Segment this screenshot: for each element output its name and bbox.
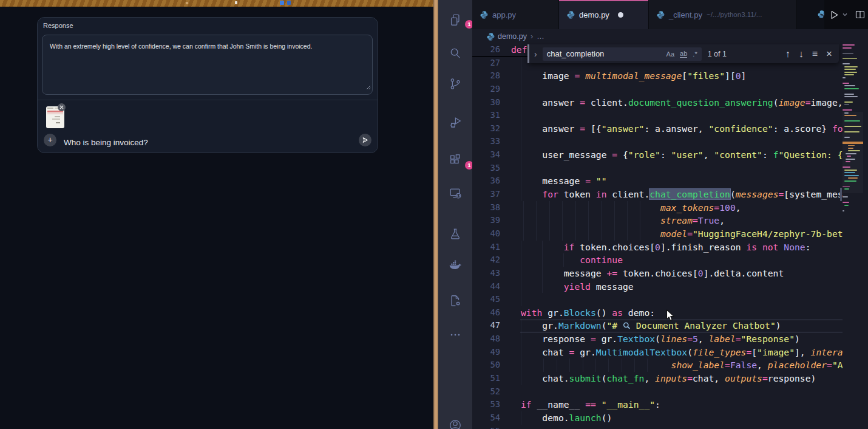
code-line: answer = client.document_question_answer… <box>472 96 843 109</box>
tab-bar: app.py demo.py _client.py ~/.../python3.… <box>472 0 868 29</box>
regex-toggle[interactable]: .* <box>693 50 697 58</box>
tab-app-py[interactable]: app.py <box>472 0 559 29</box>
line-number: 38 <box>472 201 500 214</box>
explorer-icon[interactable] <box>449 13 462 27</box>
search-icon[interactable] <box>449 47 462 60</box>
code-line: if token.choices[0].finish_reason is not… <box>472 241 843 254</box>
python-file-icon <box>480 10 489 19</box>
line-number: 34 <box>472 148 500 162</box>
run-debug-icon[interactable] <box>449 116 462 129</box>
modified-dot-icon[interactable] <box>618 12 623 18</box>
line-number: 26 <box>472 43 500 57</box>
line-number: 37 <box>472 188 500 201</box>
line-number: 51 <box>472 372 500 385</box>
tab-demo-py[interactable]: demo.py <box>559 0 649 29</box>
line-number: 50 <box>472 359 500 372</box>
gradio-app-window: Response With an extremely high level of… <box>0 0 433 429</box>
code-line: user_message = {"role": "user", "content… <box>472 148 843 162</box>
more-actions-icon[interactable] <box>449 328 462 341</box>
code-line: max_tokens=100, <box>472 201 843 214</box>
line-number: 29 <box>472 83 500 96</box>
breadcrumb-separator: › <box>531 32 533 41</box>
source-control-icon[interactable] <box>449 77 462 91</box>
find-query[interactable]: chat_completion <box>547 49 661 58</box>
line-number: 27 <box>472 57 500 70</box>
whole-word-toggle[interactable]: ab <box>680 50 687 58</box>
browser-top-stripe <box>0 0 433 7</box>
line-number: 36 <box>472 174 500 188</box>
line-number: 41 <box>472 241 500 254</box>
sticky-scroll-border <box>472 56 529 57</box>
find-results-count: 1 of 1 <box>708 50 727 58</box>
breadcrumb-file[interactable]: demo.py <box>498 32 527 41</box>
line-number: 53 <box>472 398 500 411</box>
window-separator[interactable] <box>433 0 438 429</box>
split-editor-icon[interactable] <box>855 10 865 19</box>
code-area[interactable]: def chat_fn(multimodal_message): image =… <box>472 43 843 429</box>
line-number: 33 <box>472 135 500 148</box>
find-close-button[interactable]: × <box>826 48 832 60</box>
code-line: model="HuggingFaceH4/zephyr-7b-beta"): <box>472 227 843 241</box>
toggle-replace-icon[interactable]: › <box>534 49 537 59</box>
remove-attachment-button[interactable] <box>58 103 66 111</box>
python-file-icon <box>566 10 575 19</box>
vscode-window: 1 1 <box>438 0 868 429</box>
code-line: chat.submit(chat_fn, inputs=chat, output… <box>472 372 843 385</box>
resize-handle-icon[interactable] <box>365 83 371 93</box>
line-number: 49 <box>472 346 500 359</box>
line-number: 55 <box>472 425 500 429</box>
code-editor[interactable]: def chat_fn(multimodal_message): image =… <box>472 43 868 429</box>
code-line: image = multimodal_message["files"][0] <box>472 69 843 83</box>
account-icon[interactable] <box>449 419 462 429</box>
line-number: 48 <box>472 332 500 346</box>
send-button[interactable] <box>359 134 371 146</box>
code-line <box>472 83 843 96</box>
tab-label: demo.py <box>579 10 609 19</box>
code-line <box>472 293 843 306</box>
line-number: 43 <box>472 267 500 280</box>
run-dropdown-icon[interactable] <box>842 12 848 18</box>
tab-label: app.py <box>492 10 516 19</box>
minimap-slider[interactable] <box>843 112 863 193</box>
active-tab-indicator <box>559 0 648 1</box>
current-line-highlight <box>520 320 843 333</box>
code-line: chat = gr.MultimodalTextbox(file_types=[… <box>472 346 843 359</box>
file-settings-icon[interactable] <box>449 294 462 307</box>
find-widget-sash[interactable] <box>527 44 529 63</box>
code-line: for token in client.chat_completion(mess… <box>472 188 843 201</box>
breadcrumb[interactable]: demo.py › … <box>472 29 868 43</box>
line-number: 31 <box>472 109 500 122</box>
mouse-cursor <box>666 309 675 322</box>
line-number: 52 <box>472 385 500 399</box>
line-number: 44 <box>472 280 500 293</box>
line-number: 45 <box>472 293 500 306</box>
line-number: 30 <box>472 96 500 109</box>
breadcrumb-more[interactable]: … <box>537 32 544 41</box>
tab-client-py[interactable]: _client.py ~/.../python3.11/... <box>649 0 797 29</box>
extensions-icon[interactable] <box>449 153 462 166</box>
remote-explorer-icon[interactable] <box>449 187 462 200</box>
match-case-toggle[interactable]: Aa <box>666 50 674 58</box>
response-label: Response <box>43 22 73 29</box>
chat-input[interactable]: Who is being invoiced? <box>64 136 148 149</box>
line-number-gutter: 2627282930313233343536373839404142434445… <box>472 43 500 429</box>
find-input[interactable]: chat_completion Aa ab .* <box>543 47 702 61</box>
find-previous-button[interactable]: ↑ <box>785 49 790 60</box>
add-file-button[interactable]: + <box>44 134 56 146</box>
find-next-button[interactable]: ↓ <box>799 49 804 60</box>
python-file-icon <box>656 10 665 19</box>
overview-ruler-mark <box>840 188 842 201</box>
run-button[interactable] <box>829 10 839 20</box>
find-in-selection-button[interactable]: ≡ <box>812 49 818 60</box>
python-file-icon <box>486 32 495 41</box>
response-panel: Response With an extremely high level of… <box>37 17 378 153</box>
response-textarea[interactable]: With an extremely high level of confiden… <box>42 35 373 95</box>
panel-divider <box>38 100 378 100</box>
code-line: message = "" <box>472 174 843 188</box>
line-number: 40 <box>472 227 500 241</box>
toolbar-icon <box>280 1 284 5</box>
docker-icon[interactable] <box>449 259 462 272</box>
testing-icon[interactable] <box>449 227 462 241</box>
code-line: message += token.choices[0].delta.conten… <box>472 267 843 280</box>
line-number: 32 <box>472 122 500 136</box>
